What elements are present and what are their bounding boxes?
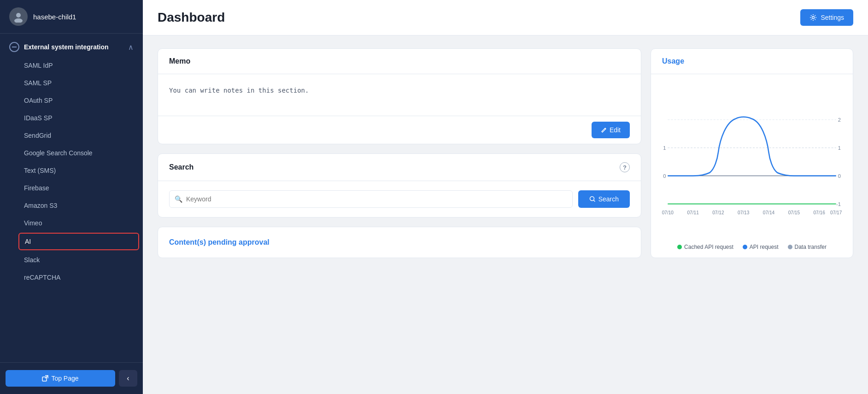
usage-chart: 2 1 0 -1 1 0	[658, 83, 845, 231]
pending-card: Content(s) pending approval	[158, 227, 641, 258]
x-label-0711: 07/11	[687, 210, 699, 215]
legend-api-request: API request	[743, 244, 779, 250]
search-button[interactable]: Search	[578, 190, 630, 208]
sidebar-item-saml-sp[interactable]: SAML SP	[0, 74, 143, 92]
y-label-1: 1	[838, 145, 841, 151]
sidebar-section-header: External system integration ∧	[0, 34, 143, 57]
usage-title: Usage	[662, 57, 684, 65]
sidebar-item-amazon-s3[interactable]: Amazon S3	[0, 197, 143, 214]
memo-content: You can write notes in this section.	[169, 85, 630, 95]
main-content: Dashboard Settings Memo You can write no…	[143, 0, 868, 394]
top-page-button[interactable]: Top Page	[6, 370, 115, 387]
memo-card-body: You can write notes in this section.	[158, 74, 641, 116]
sidebar: hasebe-child1 External system integratio…	[0, 0, 143, 394]
search-button-icon	[589, 196, 596, 202]
x-label-0714: 07/14	[763, 210, 775, 215]
sidebar-item-vimeo[interactable]: Vimeo	[0, 214, 143, 232]
sidebar-username: hasebe-child1	[33, 13, 76, 21]
memo-card: Memo You can write notes in this section…	[158, 48, 641, 144]
legend-dot-cached	[677, 245, 682, 249]
sidebar-item-sendgrid[interactable]: SendGrid	[0, 127, 143, 144]
sidebar-collapse-button[interactable]: ‹	[119, 370, 137, 387]
legend-dot-data-transfer	[788, 245, 792, 249]
x-label-0716: 07/16	[813, 210, 825, 215]
search-card-header: Search ?	[158, 154, 641, 181]
pending-approval-link[interactable]: Content(s) pending approval	[169, 238, 270, 246]
y-label-minus1: -1	[836, 201, 841, 207]
sidebar-section-title: External system integration	[9, 42, 109, 52]
avatar	[9, 7, 28, 26]
svg-point-3	[812, 17, 815, 19]
page-title: Dashboard	[158, 10, 225, 25]
sidebar-scroll: External system integration ∧ SAML IdPSA…	[0, 34, 143, 362]
svg-point-1	[14, 18, 23, 23]
main-body: Memo You can write notes in this section…	[143, 35, 868, 394]
sidebar-item-text-sms[interactable]: Text (SMS)	[0, 162, 143, 179]
sidebar-item-ai[interactable]: AI	[18, 233, 139, 250]
search-title: Search	[169, 163, 194, 171]
settings-button[interactable]: Settings	[800, 9, 853, 26]
legend-dot-api	[743, 245, 747, 249]
usage-card-header: Usage	[651, 49, 853, 74]
y-label-left-1: 1	[663, 145, 666, 151]
search-input[interactable]	[169, 190, 573, 208]
chart-container: 2 1 0 -1 1 0	[651, 74, 853, 238]
x-label-0715: 07/15	[788, 210, 800, 215]
x-label-0713: 07/13	[738, 210, 750, 215]
help-icon[interactable]: ?	[620, 162, 630, 172]
sidebar-item-idaas-sp[interactable]: IDaaS SP	[0, 109, 143, 127]
legend-cached-api: Cached API request	[677, 244, 733, 250]
collapse-icon: ‹	[127, 374, 129, 382]
y-label-left-0: 0	[663, 173, 666, 179]
chart-legend: Cached API request API request Data tran…	[651, 238, 853, 258]
chevron-up-icon[interactable]: ∧	[128, 43, 134, 52]
globe-icon	[9, 42, 19, 52]
edit-icon	[601, 127, 607, 133]
sidebar-item-firebase[interactable]: Firebase	[0, 179, 143, 197]
sidebar-item-slack[interactable]: Slack	[0, 251, 143, 269]
x-label-0710: 07/10	[662, 210, 674, 215]
x-label-0717: 07/17	[830, 210, 842, 215]
search-body: 🔍 Search	[158, 181, 641, 217]
main-header: Dashboard Settings	[143, 0, 868, 35]
sidebar-item-saml-idp[interactable]: SAML IdP	[0, 57, 143, 74]
sidebar-item-oauth-sp[interactable]: OAuth SP	[0, 92, 143, 109]
legend-data-transfer: Data transfer	[788, 244, 827, 250]
external-link-icon	[42, 375, 48, 382]
usage-card: Usage 2 1 0 -1 1 0	[651, 48, 853, 258]
svg-point-0	[16, 13, 21, 18]
sidebar-nav-list: SAML IdPSAML SPOAuth SPIDaaS SPSendGridG…	[0, 57, 143, 286]
search-card: Search ? 🔍 Search	[158, 153, 641, 218]
y-label-0: 0	[838, 173, 841, 179]
gear-icon	[809, 14, 817, 21]
sidebar-header: hasebe-child1	[0, 0, 143, 34]
sidebar-item-google-search-console[interactable]: Google Search Console	[0, 144, 143, 162]
search-icon: 🔍	[175, 195, 182, 203]
x-label-0712: 07/12	[712, 210, 724, 215]
sidebar-item-recaptcha[interactable]: reCAPTCHA	[0, 269, 143, 286]
memo-card-header: Memo	[158, 49, 641, 74]
edit-button[interactable]: Edit	[592, 122, 630, 138]
y-label-2: 2	[838, 117, 841, 123]
api-request-line	[668, 117, 836, 176]
search-input-wrap: 🔍	[169, 190, 573, 208]
svg-point-4	[590, 197, 594, 201]
pending-card-body: Content(s) pending approval	[158, 227, 641, 258]
sidebar-footer: Top Page ‹	[0, 362, 143, 394]
memo-footer: Edit	[158, 116, 641, 144]
